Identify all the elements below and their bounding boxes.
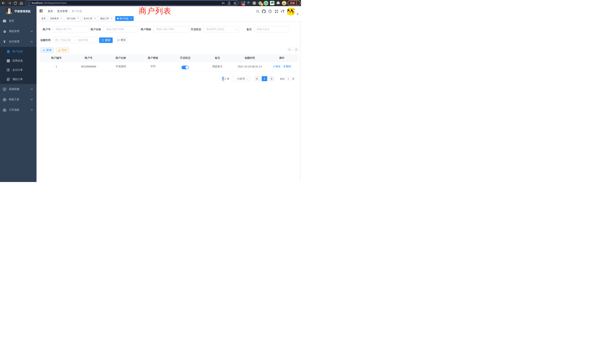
svg-text:¥: ¥ xyxy=(8,69,9,71)
svg-text:⌘: ⌘ xyxy=(253,2,255,4)
